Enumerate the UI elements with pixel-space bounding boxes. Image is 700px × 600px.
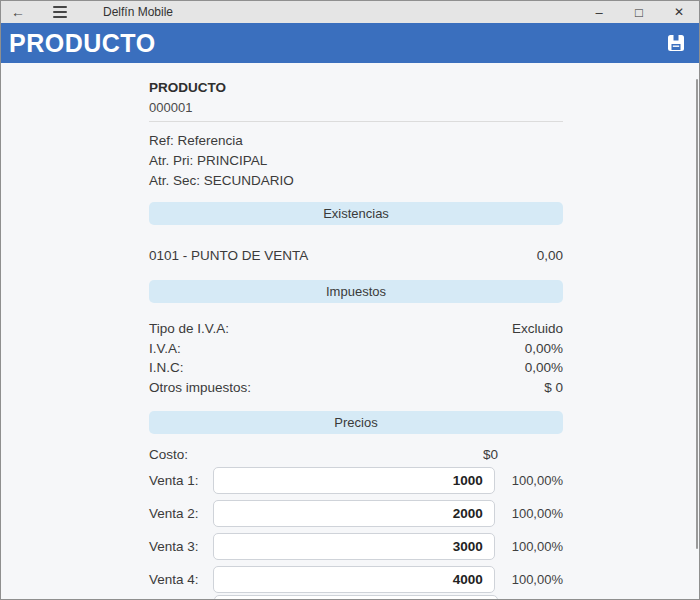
cost-value: $0	[483, 445, 498, 464]
minimize-button[interactable]: –	[579, 1, 619, 23]
app-window: ← Delfín Mobile – □ ✕ PRODUCTO	[0, 0, 700, 600]
tax-group: Tipo de I.V.A: Excluido I.V.A: 0,00% I.N…	[149, 319, 563, 397]
venta-5-input[interactable]	[214, 595, 498, 599]
section-header-precios: Precios	[149, 411, 563, 434]
venta-3-label: Venta 3:	[149, 539, 213, 554]
titlebar: ← Delfín Mobile – □ ✕	[1, 1, 699, 23]
window-title: Delfín Mobile	[103, 5, 173, 19]
maximize-icon: □	[635, 5, 643, 20]
save-icon	[667, 34, 685, 52]
iva-type-value: Excluido	[512, 319, 563, 339]
cost-row: Costo: $0	[149, 445, 498, 464]
back-button[interactable]: ←	[1, 1, 35, 23]
price-row-2: Venta 2: 100,00%	[149, 500, 563, 527]
venta-1-label: Venta 1:	[149, 473, 213, 488]
window-controls: – □ ✕	[579, 1, 699, 23]
cost-label: Costo:	[149, 445, 188, 464]
tax-row-iva-type: Tipo de I.V.A: Excluido	[149, 319, 563, 339]
tax-row-iva: I.V.A: 0,00%	[149, 339, 563, 359]
stock-value: 0,00	[537, 245, 563, 267]
close-icon: ✕	[674, 5, 684, 19]
venta-4-label: Venta 4:	[149, 572, 213, 587]
section-header-impuestos: Impuestos	[149, 280, 563, 303]
product-reference: Ref: Referencia	[149, 131, 563, 151]
venta-4-percent: 100,00%	[512, 572, 563, 587]
hamburger-menu-button[interactable]	[43, 1, 77, 23]
tax-row-other: Otros impuestos: $ 0	[149, 378, 563, 398]
product-code: 000001	[149, 99, 563, 117]
content-area: PRODUCTO 000001 Ref: Referencia Atr. Pri…	[1, 63, 699, 599]
venta-4-input[interactable]	[213, 566, 494, 593]
save-button[interactable]	[665, 32, 687, 54]
venta-2-input[interactable]	[213, 500, 494, 527]
other-taxes-label: Otros impuestos:	[149, 378, 251, 398]
venta-3-input[interactable]	[213, 533, 494, 560]
divider	[149, 121, 563, 122]
venta-3-percent: 100,00%	[512, 539, 563, 554]
close-button[interactable]: ✕	[659, 1, 699, 23]
price-row-1: Venta 1: 100,00%	[149, 467, 563, 494]
price-row-5-partial	[149, 595, 563, 599]
iva-type-label: Tipo de I.V.A:	[149, 319, 229, 339]
iva-label: I.V.A:	[149, 339, 181, 359]
venta-2-percent: 100,00%	[512, 506, 563, 521]
tax-row-inc: I.N.C: 0,00%	[149, 358, 563, 378]
minimize-icon: –	[595, 5, 602, 20]
product-name: PRODUCTO	[149, 79, 563, 97]
venta-1-input[interactable]	[213, 467, 494, 494]
stock-row: 0101 - PUNTO DE VENTA 0,00	[149, 245, 563, 267]
warehouse-label: 0101 - PUNTO DE VENTA	[149, 245, 308, 267]
section-header-existencias: Existencias	[149, 202, 563, 225]
maximize-button[interactable]: □	[619, 1, 659, 23]
inc-value: 0,00%	[525, 358, 563, 378]
price-row-4: Venta 4: 100,00%	[149, 566, 563, 593]
inc-label: I.N.C:	[149, 358, 184, 378]
venta-2-label: Venta 2:	[149, 506, 213, 521]
product-attr-secondary: Atr. Sec: SECUNDARIO	[149, 171, 563, 191]
product-attributes: Ref: Referencia Atr. Pri: PRINCIPAL Atr.…	[149, 131, 563, 191]
other-taxes-value: $ 0	[544, 378, 563, 398]
price-row-3: Venta 3: 100,00%	[149, 533, 563, 560]
venta-1-percent: 100,00%	[512, 473, 563, 488]
vertical-scrollbar[interactable]	[696, 79, 698, 549]
app-header: PRODUCTO	[1, 23, 699, 63]
page-title: PRODUCTO	[9, 29, 156, 58]
iva-value: 0,00%	[525, 339, 563, 359]
back-arrow-icon: ←	[11, 4, 25, 20]
hamburger-menu-icon	[43, 1, 77, 23]
product-attr-primary: Atr. Pri: PRINCIPAL	[149, 151, 563, 171]
